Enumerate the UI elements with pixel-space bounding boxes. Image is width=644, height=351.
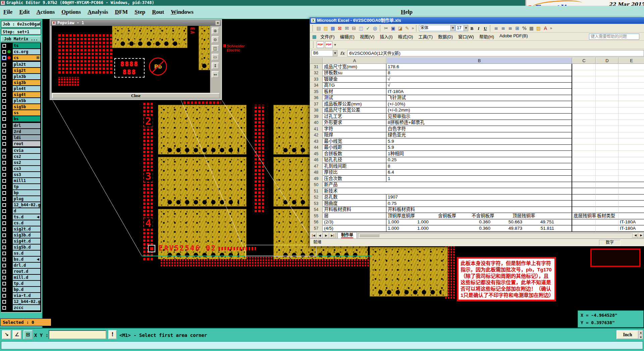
toolbar-options-icon[interactable]: ▾ [334, 42, 336, 47]
align-right-icon[interactable]: ≡ [507, 25, 514, 32]
layer-checkbox-bp.d[interactable] [2, 288, 6, 292]
cell-d33[interactable] [596, 76, 619, 83]
layer-checkbox-12_b44-02.ge[interactable] [2, 203, 6, 207]
layer-checkbox-cs3[interactable] [2, 167, 6, 171]
cell-a49[interactable]: 压合次数 [323, 176, 386, 182]
cell-b36[interactable]: 飞针测试 [386, 95, 572, 101]
message-strip[interactable] [1, 341, 643, 349]
cell-c57[interactable] [572, 225, 596, 232]
italic-button[interactable]: I [475, 25, 482, 31]
cell-a39[interactable]: 过孔工艺 [323, 114, 386, 120]
name-box-dropdown-icon[interactable]: ▼ [333, 50, 337, 56]
menu-dfm[interactable]: DFM [115, 9, 128, 15]
align-left-icon[interactable]: ≡ [493, 25, 499, 32]
excel-menu-工具(T)[interactable]: 工具(T) [416, 32, 435, 41]
layer-row-via-t.d[interactable]: via-t.d [1, 293, 41, 298]
row-header-38[interactable]: 38 [310, 107, 323, 114]
cell-a36[interactable]: 测试 [323, 95, 386, 101]
layer-checkbox-pln5b[interactable] [2, 99, 6, 103]
cell-c53[interactable] [572, 201, 596, 207]
tab-nav-2[interactable]: ▶ [323, 233, 329, 238]
cell-b44[interactable]: 5.9 [386, 145, 572, 151]
cell-c37[interactable] [572, 101, 596, 107]
cell-a43[interactable]: 最小线宽 [323, 138, 386, 145]
cell-a34[interactable]: 高TG [323, 83, 386, 89]
copy-icon[interactable]: ▣ [390, 25, 396, 32]
name-box[interactable]: B6▼ [311, 50, 337, 56]
layer-checkbox-pln2t[interactable] [2, 63, 6, 67]
layer-checkbox-bp[interactable] [2, 191, 6, 195]
menu-windows[interactable]: Windows [171, 9, 194, 15]
popview-close-icon[interactable]: ✕ [216, 21, 220, 25]
cell-c45[interactable] [572, 151, 596, 157]
cell-b33[interactable]: √ [386, 76, 572, 83]
tab-nav-0[interactable]: |◀ [311, 233, 316, 238]
cell-b56[interactable]: 1.0001.0000.36050.66349.751 [386, 219, 572, 226]
layer-row-sig3b.d[interactable]: sig3b.d [1, 232, 41, 238]
cell-d54[interactable] [596, 207, 619, 213]
layer-checkbox-plug[interactable] [2, 197, 6, 201]
row-header-39[interactable]: 39 [310, 114, 323, 120]
layer-checkbox-sig2t[interactable] [2, 69, 6, 73]
layer-checkbox-cs[interactable] [2, 56, 6, 60]
font-color-icon[interactable]: A [542, 25, 549, 32]
column-header-E[interactable]: E [619, 57, 644, 64]
cell-c31[interactable] [572, 64, 596, 70]
units-spinner[interactable]: ▲▼ [639, 330, 643, 339]
layer-checkbox-sig4t.d[interactable] [2, 239, 6, 243]
row-header-31[interactable]: 31 [310, 64, 323, 70]
column-header-C[interactable]: C [572, 57, 596, 64]
job-matrix-button[interactable]: Job Matrix ... [1, 36, 41, 42]
layer-row-bs.d[interactable]: bs.d◀ [1, 257, 41, 262]
underline-button[interactable]: U [482, 25, 488, 31]
cell-c38[interactable] [572, 107, 596, 114]
cell-c49[interactable] [572, 176, 596, 182]
row-header-33[interactable]: 33 [310, 76, 323, 83]
cell-d44[interactable] [596, 145, 619, 151]
sheet-tab[interactable]: 制作单 [337, 232, 357, 238]
cell-a33[interactable]: 镀硬金 [323, 76, 386, 83]
layer-row-cs[interactable]: cs⊞ [1, 55, 41, 60]
select-all-corner[interactable] [310, 57, 323, 64]
convert-to-pdf-icon[interactable]: PDF [317, 41, 324, 48]
layer-row-ts[interactable]: ts [1, 43, 41, 48]
layer-row-bp.d[interactable]: bp.d [1, 287, 41, 292]
zoom-mode-icon[interactable]: ↘ [2, 330, 11, 339]
cell-c51[interactable] [572, 188, 596, 194]
excel-sheet-area[interactable]: ABCDE 31成品尺寸宽(mm)178.632拼板数su833镀硬金√34高T… [310, 57, 644, 232]
popview-zoom-in-icon[interactable]: ⊕ [212, 28, 219, 34]
email-icon[interactable]: ✉ [343, 25, 350, 32]
toolbar-overflow-icon[interactable]: » [550, 26, 552, 31]
cell-e35[interactable] [619, 89, 644, 95]
excel-menu-文件(F)[interactable]: 文件(F) [318, 32, 337, 41]
cell-e55[interactable] [619, 213, 644, 219]
cell-c33[interactable] [572, 76, 596, 83]
layer-row-cs.d[interactable]: cs.d [1, 220, 41, 226]
cell-b46[interactable]: 0.25 [386, 157, 572, 164]
layer-checkbox-rout[interactable] [2, 142, 6, 146]
row-header-53[interactable]: 53 [310, 201, 323, 207]
cell-d41[interactable] [596, 126, 619, 132]
layer-checkbox-sig3b.d[interactable] [2, 233, 6, 237]
cell-e51[interactable] [619, 188, 644, 194]
cell-e46[interactable] [619, 157, 644, 164]
popview-title-bar[interactable]: X Popview - 1 ✕ [51, 20, 221, 26]
cell-c36[interactable] [572, 95, 596, 101]
cell-b42[interactable]: 绿色亚光 [386, 132, 572, 139]
row-header-49[interactable]: 49 [310, 176, 323, 182]
layer-checkbox-sig5b[interactable] [2, 105, 6, 109]
layer-row-cs2[interactable]: cs2 [1, 154, 41, 159]
cell-b37[interactable]: (+/-10%) [386, 101, 572, 107]
cell-a38[interactable]: 成品尺寸长宽公差 [323, 107, 386, 114]
layer-checkbox-ss3[interactable] [2, 173, 6, 177]
layer-row-cvia[interactable]: cvia [1, 148, 41, 153]
cell-d52[interactable] [596, 194, 619, 201]
popview-pan-vertical-icon[interactable]: ↕ [212, 62, 219, 69]
layer-checkbox-cvia[interactable] [2, 149, 6, 152]
toolbar-overflow-icon[interactable]: » [412, 26, 414, 31]
cell-e39[interactable] [619, 114, 644, 120]
cell-a46[interactable]: 钻孔孔径 [323, 157, 386, 164]
cell-e32[interactable] [619, 70, 644, 77]
layer-checkbox-drl.d[interactable] [2, 264, 6, 267]
cell-b34[interactable]: √ [386, 83, 572, 89]
